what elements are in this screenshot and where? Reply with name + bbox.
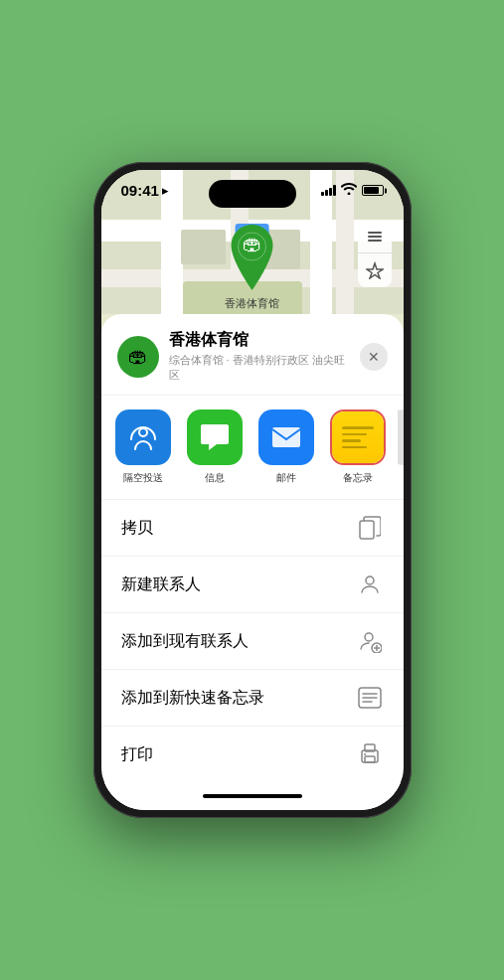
home-bar [203, 794, 302, 798]
copy-label: 拷贝 [121, 518, 153, 539]
more-share-icon [398, 409, 404, 465]
airdrop-label: 隔空投送 [123, 471, 163, 485]
add-quick-note-label: 添加到新快速备忘录 [121, 688, 264, 709]
venue-name: 香港体育馆 [169, 330, 350, 351]
dynamic-island [209, 180, 296, 208]
mail-label: 邮件 [276, 471, 296, 485]
mail-icon [258, 409, 314, 465]
action-add-existing-contact[interactable]: 添加到现有联系人 [101, 613, 404, 670]
print-label: 打印 [121, 744, 153, 765]
location-arrow-icon: ▸ [162, 183, 169, 198]
copy-icon [356, 514, 384, 542]
status-time: 09:41 [121, 182, 159, 199]
location-pin[interactable]: 🏟 香港体育馆 [225, 225, 279, 311]
print-icon [356, 740, 384, 768]
share-item-notes[interactable]: 备忘录 [326, 409, 390, 485]
message-label: 信息 [205, 471, 225, 485]
svg-point-8 [365, 633, 373, 641]
add-existing-contact-label: 添加到现有联系人 [121, 631, 249, 652]
svg-rect-2 [368, 240, 382, 242]
svg-point-19 [364, 753, 366, 755]
map-layers-button[interactable] [358, 220, 392, 253]
action-print[interactable]: 打印 [101, 727, 404, 782]
svg-rect-6 [360, 521, 374, 539]
map-location-button[interactable] [358, 253, 392, 287]
venue-info: 香港体育馆 综合体育馆 · 香港特别行政区 油尖旺区 [169, 330, 350, 383]
map-controls [358, 220, 392, 287]
home-indicator [101, 782, 404, 810]
new-contact-icon [356, 571, 384, 598]
battery-icon [362, 185, 384, 196]
sheet-header: 🏟 香港体育馆 综合体育馆 · 香港特别行政区 油尖旺区 ✕ [101, 330, 404, 396]
venue-icon: 🏟 [117, 336, 159, 378]
message-icon [187, 409, 243, 465]
notes-label: 备忘录 [343, 471, 373, 485]
action-add-quick-note[interactable]: 添加到新快速备忘录 [101, 670, 404, 727]
svg-rect-1 [368, 236, 382, 238]
action-new-contact[interactable]: 新建联系人 [101, 557, 404, 613]
share-item-message[interactable]: 信息 [183, 409, 247, 485]
svg-point-4 [139, 428, 147, 436]
svg-point-7 [366, 576, 374, 584]
new-contact-label: 新建联系人 [121, 574, 201, 595]
pin-venue-label: 香港体育馆 [225, 296, 279, 311]
bottom-sheet: 🏟 香港体育馆 综合体育馆 · 香港特别行政区 油尖旺区 ✕ [101, 314, 404, 810]
building [181, 230, 226, 264]
wifi-icon [341, 183, 357, 198]
svg-rect-0 [368, 232, 382, 234]
phone-screen: 09:41 ▸ [101, 170, 404, 810]
signal-strength-icon [321, 185, 336, 196]
pin-stadium-icon: 🏟 [243, 233, 262, 255]
venue-subtitle: 综合体育馆 · 香港特别行政区 油尖旺区 [169, 353, 350, 383]
phone-frame: 09:41 ▸ [93, 162, 412, 818]
share-item-airdrop[interactable]: 隔空投送 [111, 409, 175, 485]
share-item-mail[interactable]: 邮件 [254, 409, 318, 485]
svg-rect-5 [272, 427, 300, 447]
notes-icon [330, 409, 386, 465]
share-item-more[interactable]: 推 [398, 409, 404, 485]
airdrop-icon [115, 409, 171, 465]
add-existing-contact-icon [356, 627, 384, 655]
close-button[interactable]: ✕ [360, 343, 388, 371]
status-icons [321, 183, 384, 198]
action-list: 拷贝 新建联系人 [101, 500, 404, 782]
action-copy[interactable]: 拷贝 [101, 500, 404, 557]
svg-rect-18 [365, 756, 375, 762]
share-row: 隔空投送 信息 [101, 396, 404, 500]
quick-note-icon [356, 684, 384, 712]
